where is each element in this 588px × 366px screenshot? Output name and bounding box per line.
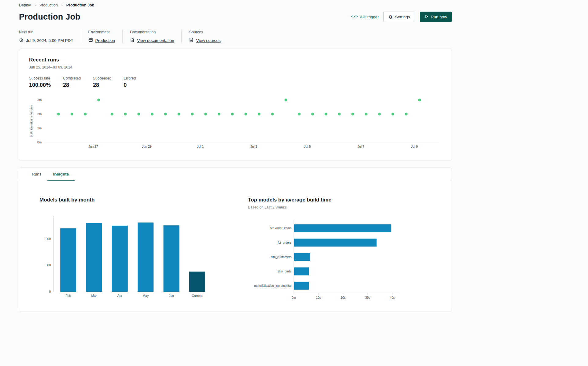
- svg-text:dim_parts: dim_parts: [278, 270, 291, 273]
- stat-completed: Completed 28: [63, 76, 81, 88]
- svg-text:Jul 7: Jul 7: [357, 145, 364, 148]
- stat-value: 0: [124, 82, 136, 88]
- environment-link[interactable]: Production: [88, 38, 115, 43]
- svg-text:500: 500: [46, 264, 51, 267]
- svg-text:fct_orders: fct_orders: [278, 241, 291, 244]
- environment-link-text: Production: [95, 38, 115, 43]
- models-built-bar-chart[interactable]: 05001000FebMarAprMayJunCurrent: [39, 213, 211, 300]
- svg-text:Jun: Jun: [169, 294, 174, 298]
- svg-text:20s: 20s: [341, 296, 346, 299]
- build-duration-scatter-chart: 0m1m2m3mJun 27Jun 29Jul 1Jul 3Jul 5Jul 7…: [29, 96, 442, 153]
- svg-text:1000: 1000: [44, 237, 51, 241]
- gear-icon: ⚙: [388, 15, 392, 19]
- stat-label: Completed: [63, 76, 81, 80]
- svg-text:1m: 1m: [37, 127, 42, 130]
- top-models-hbar-chart[interactable]: 0m10s20s30s40sfct_order_itemsfct_ordersd…: [248, 217, 401, 301]
- view-sources-text: View sources: [196, 38, 220, 43]
- svg-text:0: 0: [49, 290, 51, 294]
- svg-text:Apr: Apr: [117, 294, 123, 298]
- meta-label: Next run: [19, 30, 73, 34]
- models-built-title: Models built by month: [39, 197, 211, 203]
- stat-value: 28: [93, 82, 111, 88]
- page-header: Production Job </> API trigger ⚙ Setting…: [19, 12, 452, 22]
- breadcrumb-deploy[interactable]: Deploy: [19, 3, 31, 7]
- breadcrumb: Deploy › Production › Production Job: [19, 3, 452, 7]
- svg-text:Feb: Feb: [65, 294, 71, 298]
- tab-insights[interactable]: Insights: [47, 168, 75, 181]
- recent-runs-card: Recent runs Jun 25, 2024–Jul 09, 2024 Su…: [19, 49, 452, 161]
- svg-text:fct_order_items: fct_order_items: [270, 227, 291, 230]
- api-trigger-link[interactable]: </> API trigger: [351, 15, 379, 19]
- tab-bar: Runs Insights: [19, 168, 452, 181]
- api-trigger-label: API trigger: [360, 15, 379, 19]
- meta-documentation: Documentation View documentation: [122, 30, 181, 43]
- top-models-chart-block: Top models by average build time Based o…: [248, 197, 401, 301]
- clock-icon: [19, 38, 24, 43]
- meta-label: Sources: [189, 30, 220, 34]
- svg-text:40s: 40s: [390, 296, 395, 299]
- meta-sources: Sources View sources: [181, 30, 228, 43]
- settings-button[interactable]: ⚙ Settings: [383, 12, 415, 22]
- next-run-value: Jul 9, 2024, 5:00 PM PDT: [19, 38, 73, 43]
- breadcrumb-separator: ›: [61, 3, 63, 7]
- meta-label: Documentation: [130, 30, 174, 34]
- svg-text:Build Duration in Minutes: Build Duration in Minutes: [30, 105, 33, 137]
- stat-value: 100.00%: [29, 82, 51, 88]
- models-built-chart-block: Models built by month 05001000FebMarAprM…: [39, 197, 211, 301]
- job-meta-row: Next run Jul 9, 2024, 5:00 PM PDT Enviro…: [19, 30, 452, 43]
- stat-value: 28: [63, 82, 81, 88]
- breadcrumb-separator: ›: [35, 3, 36, 7]
- header-actions: </> API trigger ⚙ Settings Run now: [351, 12, 452, 22]
- top-models-subtitle: Based on Last 2 Weeks: [248, 205, 401, 209]
- svg-text:Mar: Mar: [91, 294, 97, 298]
- svg-text:Jul 3: Jul 3: [250, 145, 257, 148]
- svg-text:dim_customers: dim_customers: [271, 255, 291, 259]
- stat-label: Errored: [124, 76, 136, 80]
- documentation-icon: [130, 38, 135, 43]
- svg-text:May: May: [142, 294, 149, 298]
- page-title: Production Job: [19, 12, 80, 22]
- svg-text:Jun 27: Jun 27: [88, 145, 98, 148]
- stat-label: Succeeded: [93, 76, 111, 80]
- runs-insights-card: Runs Insights Models built by month 0500…: [19, 168, 452, 312]
- tab-runs[interactable]: Runs: [26, 168, 47, 181]
- svg-text:0m: 0m: [292, 296, 296, 299]
- svg-text:2m: 2m: [37, 113, 42, 116]
- stat-success-rate: Success rate 100.00%: [29, 76, 51, 88]
- recent-runs-date-range: Jun 25, 2024–Jul 09, 2024: [29, 65, 442, 69]
- svg-text:Current: Current: [192, 294, 202, 298]
- meta-label: Environment: [88, 30, 115, 34]
- run-now-button[interactable]: Run now: [420, 12, 452, 22]
- svg-text:Jul 1: Jul 1: [197, 145, 204, 148]
- insights-panel: Models built by month 05001000FebMarAprM…: [19, 181, 452, 312]
- breadcrumb-production-job: Production Job: [66, 3, 94, 7]
- settings-label: Settings: [395, 15, 410, 19]
- svg-text:3m: 3m: [37, 98, 42, 102]
- scatter-plot[interactable]: 0m1m2m3mJun 27Jun 29Jul 1Jul 3Jul 5Jul 7…: [29, 96, 441, 152]
- svg-text:0m: 0m: [37, 141, 42, 144]
- view-documentation-link[interactable]: View documentation: [130, 38, 174, 43]
- svg-text:materialization_incremental: materialization_incremental: [254, 284, 291, 287]
- recent-runs-title: Recent runs: [29, 57, 442, 63]
- view-sources-link[interactable]: View sources: [189, 38, 220, 43]
- stat-errored: Errored 0: [124, 76, 136, 88]
- svg-text:10s: 10s: [316, 296, 321, 299]
- svg-text:30s: 30s: [365, 296, 370, 299]
- run-now-label: Run now: [431, 15, 447, 19]
- stat-label: Success rate: [29, 76, 51, 80]
- next-run-text: Jul 9, 2024, 5:00 PM PDT: [26, 38, 73, 43]
- view-documentation-text: View documentation: [137, 38, 174, 43]
- stat-succeeded: Succeeded 28: [93, 76, 111, 88]
- svg-text:Jul 9: Jul 9: [411, 145, 418, 148]
- top-models-title: Top models by average build time: [248, 197, 401, 203]
- recent-runs-stats: Success rate 100.00% Completed 28 Succee…: [29, 76, 442, 88]
- production-job-page: Deploy › Production › Production Job Pro…: [19, 0, 452, 312]
- database-icon: [189, 38, 194, 43]
- meta-environment: Environment Production: [81, 30, 123, 43]
- code-icon: </>: [351, 15, 358, 19]
- breadcrumb-production[interactable]: Production: [39, 3, 58, 7]
- svg-text:Jun 29: Jun 29: [142, 145, 152, 148]
- play-icon: [425, 15, 428, 19]
- svg-text:Jul 5: Jul 5: [304, 145, 311, 148]
- meta-next-run: Next run Jul 9, 2024, 5:00 PM PDT: [19, 30, 81, 43]
